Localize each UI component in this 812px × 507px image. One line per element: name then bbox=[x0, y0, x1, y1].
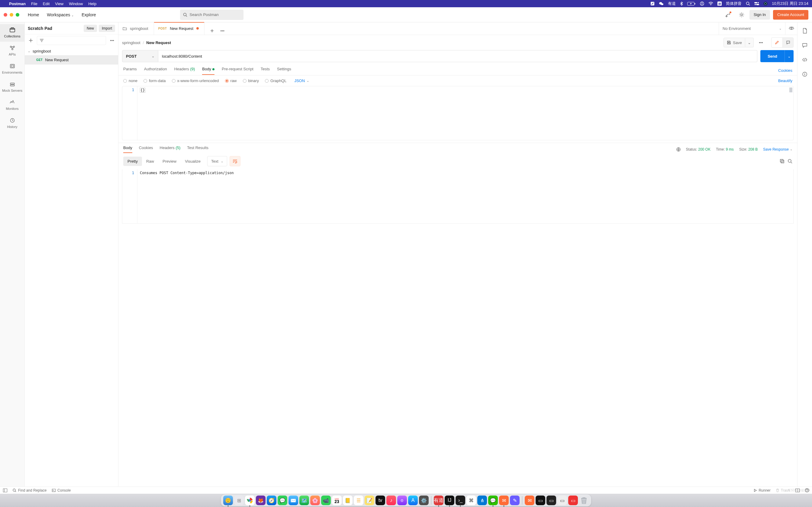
dock-mail[interactable]: ✉️ bbox=[289, 496, 298, 505]
environment-quicklook-icon[interactable] bbox=[785, 22, 797, 35]
dock-vscode[interactable]: ⋔ bbox=[477, 496, 487, 505]
dock-appstore[interactable]: A bbox=[408, 496, 418, 505]
dock-contacts[interactable]: 📒 bbox=[343, 496, 353, 505]
nav-explore[interactable]: Explore bbox=[79, 11, 98, 19]
import-button[interactable]: Import bbox=[99, 25, 115, 32]
dock-messages[interactable]: 💬 bbox=[277, 496, 287, 505]
body-type-graphql[interactable]: GraphQL bbox=[265, 78, 286, 83]
copy-response-icon[interactable] bbox=[780, 159, 784, 164]
dock-youdao[interactable]: 有道 bbox=[434, 496, 444, 505]
find-replace-button[interactable]: Find and Replace bbox=[13, 488, 47, 493]
save-dropdown[interactable]: ⌄ bbox=[745, 38, 754, 47]
tab-tests[interactable]: Tests bbox=[261, 67, 270, 74]
tab-collection[interactable]: springboot bbox=[118, 22, 154, 35]
dock-finder[interactable]: 🙂 bbox=[223, 496, 233, 505]
dock-launchpad[interactable]: ⊞ bbox=[234, 496, 244, 505]
cookies-link[interactable]: Cookies bbox=[778, 68, 792, 73]
dock-notes[interactable]: 📝 bbox=[365, 496, 374, 505]
create-account-button[interactable]: Create Account bbox=[773, 10, 808, 19]
line-wrap-icon[interactable] bbox=[230, 156, 241, 166]
sidebar-request-item[interactable]: GET New Request bbox=[25, 55, 118, 65]
menu-file[interactable]: File bbox=[31, 1, 38, 6]
status-bluetooth-icon[interactable] bbox=[680, 1, 683, 6]
dock-recent-2[interactable]: ▭ bbox=[547, 496, 556, 505]
body-type-xwww[interactable]: x-www-form-urlencoded bbox=[172, 78, 219, 83]
body-type-binary[interactable]: binary bbox=[243, 78, 259, 83]
global-search[interactable]: Search Postman bbox=[180, 10, 244, 20]
rail-mock-servers[interactable]: Mock Servers bbox=[0, 78, 24, 96]
rail-history[interactable]: History bbox=[0, 115, 24, 132]
status-battery-icon[interactable] bbox=[687, 2, 696, 6]
view-edit-icon[interactable] bbox=[771, 38, 782, 47]
resp-view-raw[interactable]: Raw bbox=[142, 157, 158, 166]
tab-prerequest[interactable]: Pre-request Script bbox=[222, 67, 253, 74]
menu-view[interactable]: View bbox=[55, 1, 63, 6]
body-editor[interactable]: 1 {} bbox=[122, 86, 794, 140]
status-screen-icon[interactable] bbox=[650, 1, 655, 6]
dock-recent-postman[interactable]: ✉ bbox=[525, 496, 535, 505]
documentation-icon[interactable] bbox=[800, 26, 810, 36]
tab-params[interactable]: Params bbox=[123, 67, 137, 74]
rail-collections[interactable]: Collections bbox=[0, 24, 24, 42]
dock-chrome[interactable] bbox=[245, 496, 255, 505]
collection-springboot[interactable]: ⌄ springboot bbox=[25, 47, 118, 55]
beautify-link[interactable]: Beautify bbox=[778, 78, 792, 83]
dock-xcode[interactable]: ⌘ bbox=[466, 496, 476, 505]
rail-environments[interactable]: Environments bbox=[0, 60, 24, 78]
environment-selector[interactable]: No Environment ⌄ bbox=[719, 22, 785, 35]
dock-maps[interactable]: 🗺️ bbox=[299, 496, 309, 505]
dock-podcasts[interactable]: ⌾ bbox=[397, 496, 407, 505]
search-response-icon[interactable] bbox=[788, 159, 792, 164]
response-body[interactable]: 1 Consumes POST Content-Type=application… bbox=[122, 169, 794, 224]
dock-app-purple[interactable]: ✎ bbox=[510, 496, 520, 505]
dock-settings[interactable]: ⚙️ bbox=[419, 496, 429, 505]
dock-tv[interactable]: tv bbox=[375, 496, 385, 505]
rail-apis[interactable]: APIs bbox=[0, 42, 24, 60]
resp-view-visualize[interactable]: Visualize bbox=[181, 157, 205, 166]
tab-request[interactable]: POST New Request bbox=[154, 22, 205, 35]
status-input-source-icon[interactable]: 拼 bbox=[717, 1, 722, 6]
view-comment-icon[interactable] bbox=[782, 38, 793, 47]
info-icon[interactable] bbox=[800, 69, 810, 79]
close-window-icon[interactable] bbox=[4, 13, 7, 17]
status-datetime[interactable]: 10月23日 周日 23:14 bbox=[772, 1, 808, 6]
resp-tab-tests[interactable]: Test Results bbox=[187, 146, 208, 153]
window-controls[interactable] bbox=[4, 13, 19, 17]
http-method-dropdown[interactable]: POST⌄ bbox=[122, 50, 158, 62]
sidebar-toggle-icon[interactable] bbox=[3, 489, 7, 492]
dock-calendar[interactable]: 10月23 bbox=[332, 496, 342, 505]
sidebar-more-icon[interactable]: ••• bbox=[108, 36, 116, 45]
url-input[interactable]: localhost:8080/Content bbox=[158, 50, 757, 62]
dock-reminders[interactable]: ☰ bbox=[354, 496, 363, 505]
crumb-request-name[interactable]: New Request bbox=[146, 41, 171, 45]
menu-help[interactable]: Help bbox=[88, 1, 96, 6]
dock-recent-4[interactable]: ▭ bbox=[568, 496, 578, 505]
network-icon[interactable] bbox=[676, 147, 680, 152]
status-spotlight-icon[interactable] bbox=[746, 1, 750, 6]
menubar-app-name[interactable]: Postman bbox=[9, 1, 26, 6]
new-button[interactable]: New bbox=[84, 25, 97, 32]
dock-wechat[interactable]: 💬 bbox=[488, 496, 498, 505]
status-input-method[interactable]: 简体拼音 bbox=[726, 1, 742, 6]
code-icon[interactable] bbox=[800, 55, 810, 65]
status-control-center-icon[interactable] bbox=[754, 2, 759, 5]
console-button[interactable]: Console bbox=[52, 488, 71, 493]
tab-body[interactable]: Body bbox=[202, 67, 214, 74]
tab-headers[interactable]: Headers (9) bbox=[174, 67, 195, 74]
tab-authorization[interactable]: Authorization bbox=[144, 67, 167, 74]
status-youdao-icon[interactable]: 有道 bbox=[668, 1, 676, 6]
status-siri-icon[interactable] bbox=[763, 1, 768, 6]
status-user-icon[interactable] bbox=[700, 1, 704, 6]
tabs-more-icon[interactable]: ••• bbox=[218, 27, 226, 35]
nav-home[interactable]: Home bbox=[26, 11, 41, 19]
send-dropdown[interactable]: ⌄ bbox=[784, 50, 794, 62]
body-type-form-data[interactable]: form-data bbox=[144, 78, 166, 83]
fullscreen-window-icon[interactable] bbox=[16, 13, 19, 17]
editor-content[interactable]: {} bbox=[138, 86, 793, 140]
crumb-collection[interactable]: springboot bbox=[122, 41, 141, 45]
resp-tab-body[interactable]: Body bbox=[123, 146, 132, 153]
resp-view-pretty[interactable]: Pretty bbox=[123, 157, 142, 166]
request-more-icon[interactable]: ••• bbox=[756, 38, 766, 47]
status-wechat-icon[interactable] bbox=[659, 1, 664, 6]
comments-icon[interactable] bbox=[800, 41, 810, 50]
